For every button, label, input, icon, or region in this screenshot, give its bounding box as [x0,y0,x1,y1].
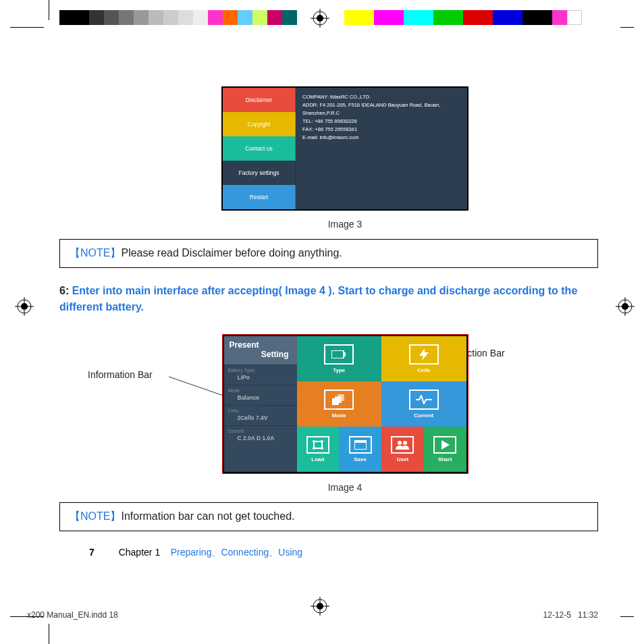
svg-rect-23 [338,394,344,401]
svg-rect-19 [344,352,346,356]
svg-rect-30 [354,440,367,443]
svg-rect-18 [331,350,344,358]
image-3-caption: Image 3 [59,219,630,230]
svg-point-25 [313,440,315,443]
svg-point-28 [321,447,323,450]
svg-point-32 [403,441,407,445]
restart-button: Restart [223,185,296,209]
battery-icon [324,344,354,365]
chapter-footer: 7 Chapter 1 Preparing、Connecting、Using [89,547,302,559]
image-4-caption: Image 4 [59,482,630,493]
note-2: 【NOTE】Information bar can not get touche… [59,502,598,531]
save-tile: Save [339,427,381,472]
mode-tile: Mode [297,381,382,427]
stack-icon [324,390,354,410]
uset-tile: Uset [381,427,424,472]
cells-tile: Cells [381,336,466,381]
registration-target-icon [311,9,329,28]
information-bar-label: Information Bar [88,369,153,380]
pulse-icon [409,390,439,410]
load-icon [306,436,329,454]
print-slug: x200 Manual_EN.indd 18 12-12-5 11:32 [27,610,630,620]
svg-marker-33 [441,440,450,450]
users-icon [391,436,414,454]
load-tile: Load [297,427,340,472]
svg-point-26 [321,440,323,443]
registration-target-icon [15,297,34,316]
step-6-heading: 6: Enter into main interface after accep… [59,283,598,315]
note-1: 【NOTE】Please read Disclaimer before doin… [59,239,598,268]
svg-point-27 [313,447,315,450]
factory-settings-button: Factory settings [223,161,296,185]
company-info: COMPANY: iMaxRC CO.,LTD. ADDR: F4 201-20… [296,88,467,209]
image-4-screenshot: Present Setting Battery Type:LiPo Mode:B… [222,334,468,474]
svg-point-31 [398,441,402,445]
shart-tile: Shart [424,427,466,472]
svg-marker-20 [419,348,429,360]
color-bar-left [59,10,297,25]
color-bar-right [344,10,582,25]
play-icon [433,436,456,454]
bolt-icon [409,344,439,365]
action-bar: Type Cells Mode Current [297,336,466,472]
image-3-screenshot: Disclaimer Copyight Contact us Factory s… [221,86,468,211]
current-tile: Current [381,381,466,427]
type-tile: Type [297,336,382,381]
contact-us-button: Contact us [223,136,296,161]
disclaimer-button: Disclaimer [223,88,296,112]
save-icon [349,436,372,454]
svg-rect-24 [314,441,322,448]
copyright-button: Copyight [223,112,296,136]
information-bar: Present Setting Battery Type:LiPo Mode:B… [224,336,297,472]
